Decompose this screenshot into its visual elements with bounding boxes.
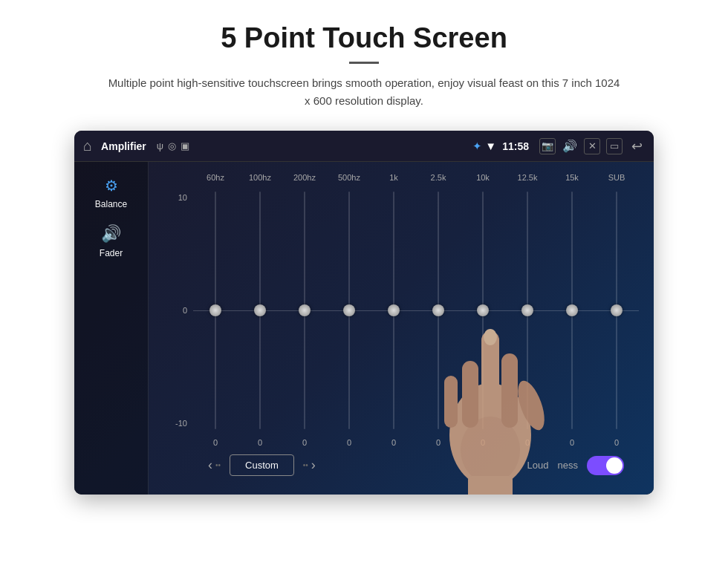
wifi-icon: ▼ xyxy=(485,140,496,152)
loudness-label2: ness xyxy=(558,460,578,471)
balance-label: Balance xyxy=(95,199,127,209)
val-12-5k: 0 xyxy=(505,438,550,447)
loudness-toggle[interactable] xyxy=(587,456,624,475)
freq-labels: 60hz 100hz 200hz 500hz 1k 2.5k 10k 12.5k… xyxy=(193,173,639,182)
media-icon: ▣ xyxy=(181,140,189,151)
slider-sub[interactable] xyxy=(594,186,639,435)
freq-1k: 1k xyxy=(371,173,416,182)
val-200hz: 0 xyxy=(282,438,327,447)
freq-12-5k: 12.5k xyxy=(505,173,550,182)
prev-arrow[interactable]: ‹ •• xyxy=(208,457,221,473)
track-sub xyxy=(616,192,617,429)
freq-sub: SUB xyxy=(594,173,639,182)
volume-icon[interactable]: 🔊 xyxy=(562,138,578,154)
sliders-row xyxy=(193,186,639,435)
fader-icon: 🔊 xyxy=(101,224,121,244)
fader-label: Fader xyxy=(100,248,123,258)
freq-60hz: 60hz xyxy=(193,173,238,182)
eq-area: 60hz 100hz 200hz 500hz 1k 2.5k 10k 12.5k… xyxy=(149,162,654,495)
main-area: ⚙ Balance 🔊 Fader 60hz 100hz 200hz 500hz… xyxy=(74,162,654,495)
track-1k xyxy=(393,192,394,429)
val-10k: 0 xyxy=(461,438,505,447)
freq-100hz: 100hz xyxy=(238,173,282,182)
status-bar: ⌂ Amplifier ψ ◎ ▣ ✦ ▼ 11:58 📷 🔊 ✕ ▭ ↩ xyxy=(74,131,654,162)
right-chevron-icon: › xyxy=(311,457,316,473)
home-icon[interactable]: ⌂ xyxy=(83,137,92,154)
close-icon[interactable]: ✕ xyxy=(584,138,600,154)
slider-10k[interactable] xyxy=(461,186,505,435)
balance-icon: ⚙ xyxy=(105,177,118,195)
bluetooth-icon: ✦ xyxy=(472,140,482,153)
camera-icon[interactable]: 📷 xyxy=(539,138,556,154)
slider-1k[interactable] xyxy=(371,186,416,435)
status-icons: ψ ◎ ▣ xyxy=(157,140,189,151)
title-section: 5 Point Touch Screen Multiple point high… xyxy=(104,22,624,110)
prev-dots: •• xyxy=(215,461,221,469)
val-60hz: 0 xyxy=(193,438,238,447)
db-scale: 10 0 -10 xyxy=(163,186,193,435)
track-100hz xyxy=(259,192,261,429)
db-0: 0 xyxy=(163,306,193,315)
freq-500hz: 500hz xyxy=(327,173,371,182)
track-12-5k xyxy=(527,192,528,429)
track-10k xyxy=(482,192,484,429)
thumb-500hz[interactable] xyxy=(343,304,355,316)
track-15k xyxy=(571,192,573,429)
next-dots: •• xyxy=(303,461,308,469)
preset-button[interactable]: Custom xyxy=(230,454,294,476)
thumb-2-5k[interactable] xyxy=(432,304,444,316)
sidebar: ⚙ Balance 🔊 Fader xyxy=(74,162,149,495)
freq-200hz: 200hz xyxy=(282,173,327,182)
page-subtitle: Multiple point high-sensitive touchscree… xyxy=(104,74,624,110)
slider-15k[interactable] xyxy=(550,186,594,435)
val-sub: 0 xyxy=(594,438,639,447)
thumb-sub[interactable] xyxy=(611,304,623,316)
val-1k: 0 xyxy=(371,438,416,447)
next-arrow[interactable]: •• › xyxy=(303,457,316,473)
slider-12-5k[interactable] xyxy=(505,186,550,435)
screen-icon[interactable]: ▭ xyxy=(606,138,623,154)
thumb-1k[interactable] xyxy=(388,304,400,316)
left-chevron-icon: ‹ xyxy=(208,457,212,473)
loudness-label: Loud xyxy=(527,460,549,471)
thumb-60hz[interactable] xyxy=(209,304,221,316)
status-time: 11:58 xyxy=(502,140,529,152)
status-right-icons: 📷 🔊 ✕ ▭ ↩ xyxy=(539,138,645,154)
thumb-15k[interactable] xyxy=(566,304,578,316)
sidebar-item-fader[interactable]: 🔊 Fader xyxy=(100,224,123,258)
track-60hz xyxy=(215,192,216,429)
usb-icon: ψ xyxy=(157,140,163,151)
slider-500hz[interactable] xyxy=(327,186,371,435)
db-10: 10 xyxy=(163,193,193,202)
bottom-controls: ‹ •• Custom •• › Loud ness xyxy=(193,447,639,483)
track-2-5k xyxy=(438,192,439,429)
eq-sliders-container: 10 0 -10 xyxy=(163,186,639,435)
thumb-200hz[interactable] xyxy=(299,304,311,316)
back-icon[interactable]: ↩ xyxy=(628,138,645,154)
val-2-5k: 0 xyxy=(416,438,461,447)
title-divider xyxy=(349,62,379,64)
thumb-10k[interactable] xyxy=(477,304,489,316)
device-frame: ⌂ Amplifier ψ ◎ ▣ ✦ ▼ 11:58 📷 🔊 ✕ ▭ ↩ ⚙ … xyxy=(74,131,654,495)
track-200hz xyxy=(304,192,305,429)
toggle-knob xyxy=(606,457,623,474)
page-title: 5 Point Touch Screen xyxy=(104,22,624,54)
track-500hz xyxy=(348,192,350,429)
values-row: 0 0 0 0 0 0 0 0 0 0 xyxy=(193,435,639,447)
freq-10k: 10k xyxy=(461,173,505,182)
db-minus10: -10 xyxy=(163,419,193,428)
app-title: Amplifier xyxy=(101,140,146,152)
freq-15k: 15k xyxy=(550,173,594,182)
freq-2-5k: 2.5k xyxy=(416,173,461,182)
sidebar-item-balance[interactable]: ⚙ Balance xyxy=(95,177,127,209)
slider-2-5k[interactable] xyxy=(416,186,461,435)
val-500hz: 0 xyxy=(327,438,371,447)
thumb-12-5k[interactable] xyxy=(521,304,533,316)
slider-60hz[interactable] xyxy=(193,186,238,435)
gps-icon: ◎ xyxy=(168,140,176,151)
val-15k: 0 xyxy=(550,438,594,447)
slider-100hz[interactable] xyxy=(238,186,282,435)
val-100hz: 0 xyxy=(238,438,282,447)
slider-200hz[interactable] xyxy=(282,186,327,435)
thumb-100hz[interactable] xyxy=(254,304,266,316)
